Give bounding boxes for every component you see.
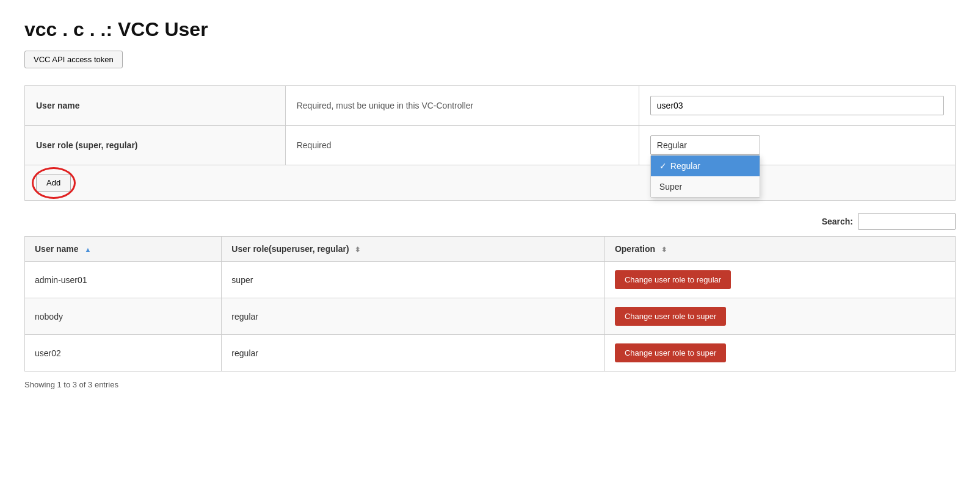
col-operation-label: Operation bbox=[615, 244, 655, 254]
change-role-button[interactable]: Change user role to regular bbox=[615, 270, 731, 289]
username-input[interactable] bbox=[650, 96, 944, 115]
cell-operation: Change user role to super bbox=[604, 298, 955, 335]
role-dropdown-menu: ✓ Regular Super bbox=[650, 155, 760, 198]
table-row: admin-user01superChange user role to reg… bbox=[25, 262, 956, 298]
cell-role: regular bbox=[222, 298, 605, 335]
header-row: User name ▲ User role(superuser, regular… bbox=[25, 237, 956, 262]
search-label: Search: bbox=[822, 217, 853, 226]
cell-operation: Change user role to super bbox=[604, 335, 955, 372]
userrole-select-cell: Regular ✓ Regular Super bbox=[639, 126, 955, 165]
userrole-label: User role (super, regular) bbox=[25, 126, 286, 165]
api-token-button[interactable]: VCC API access token bbox=[24, 51, 123, 68]
table-footer: Showing 1 to 3 of 3 entries bbox=[24, 380, 956, 389]
cell-role: super bbox=[222, 262, 605, 298]
add-row: Add bbox=[25, 165, 956, 201]
add-button[interactable]: Add bbox=[36, 174, 71, 192]
role-option-regular[interactable]: ✓ Regular bbox=[651, 156, 760, 176]
search-input[interactable] bbox=[858, 213, 956, 230]
col-userrole[interactable]: User role(superuser, regular) ⬍ bbox=[222, 237, 605, 262]
col-operation[interactable]: Operation ⬍ bbox=[604, 237, 955, 262]
cell-username: nobody bbox=[25, 298, 222, 335]
table-header: User name ▲ User role(superuser, regular… bbox=[25, 237, 956, 262]
role-option-regular-label: Regular bbox=[670, 161, 700, 171]
cell-username: user02 bbox=[25, 335, 222, 372]
col-userrole-label: User role(superuser, regular) bbox=[231, 244, 349, 254]
search-bar: Search: bbox=[24, 213, 956, 230]
change-role-button[interactable]: Change user role to super bbox=[615, 343, 726, 362]
role-select-container: Regular ✓ Regular Super bbox=[650, 135, 760, 155]
userrole-description: Required bbox=[285, 126, 639, 165]
username-row: User name Required, must be unique in th… bbox=[25, 86, 956, 126]
role-option-super-label: Super bbox=[659, 182, 682, 192]
sort-operation-icon: ⬍ bbox=[661, 246, 667, 254]
cell-operation: Change user role to regular bbox=[604, 262, 955, 298]
role-option-super[interactable]: Super bbox=[651, 176, 760, 197]
cell-role: regular bbox=[222, 335, 605, 372]
table-row: nobodyregularChange user role to super bbox=[25, 298, 956, 335]
cell-username: admin-user01 bbox=[25, 262, 222, 298]
add-cell: Add bbox=[25, 165, 956, 201]
table-row: user02regularChange user role to super bbox=[25, 335, 956, 372]
username-label: User name bbox=[25, 86, 286, 126]
userrole-row: User role (super, regular) Required Regu… bbox=[25, 126, 956, 165]
sort-username-icon: ▲ bbox=[84, 246, 91, 253]
username-input-cell bbox=[639, 86, 955, 126]
checkmark-icon: ✓ bbox=[659, 161, 667, 171]
col-username[interactable]: User name ▲ bbox=[25, 237, 222, 262]
add-btn-wrapper: Add bbox=[36, 174, 71, 192]
username-description: Required, must be unique in this VC-Cont… bbox=[285, 86, 639, 126]
sort-userrole-icon: ⬍ bbox=[355, 246, 360, 254]
table-body: admin-user01superChange user role to reg… bbox=[25, 262, 956, 372]
form-table: User name Required, must be unique in th… bbox=[24, 85, 956, 201]
role-dropdown-display[interactable]: Regular bbox=[650, 135, 760, 155]
page-title: vcc . c . .: VCC User bbox=[24, 18, 956, 41]
data-table: User name ▲ User role(superuser, regular… bbox=[24, 236, 956, 372]
col-username-label: User name bbox=[35, 244, 79, 254]
change-role-button[interactable]: Change user role to super bbox=[615, 307, 726, 326]
